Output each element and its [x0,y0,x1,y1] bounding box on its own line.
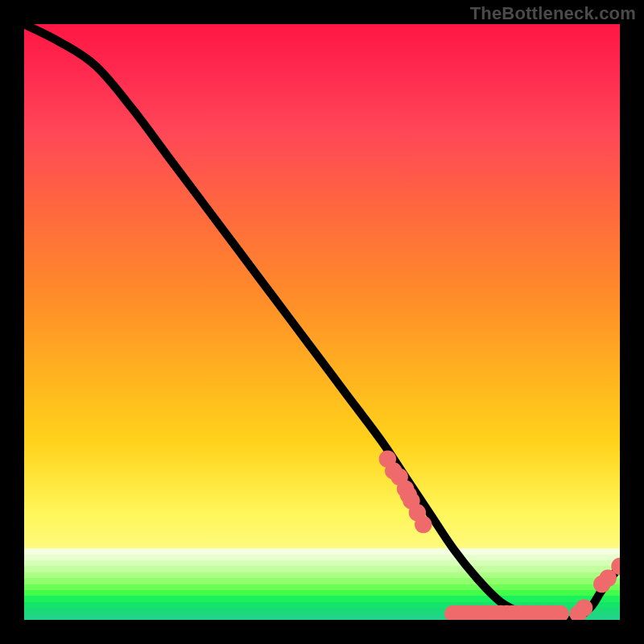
data-point [555,609,566,620]
watermark-text: TheBottleneck.com [470,3,636,24]
data-point [602,572,613,584]
data-point [418,519,429,530]
plot-outer [24,24,620,620]
bottleneck-curve [24,24,620,620]
curve-overlay [24,24,620,620]
data-point [579,602,590,613]
data-point [614,560,620,572]
plot-area [24,24,620,620]
chart-frame: TheBottleneck.com [0,0,644,644]
data-points [382,453,620,619]
